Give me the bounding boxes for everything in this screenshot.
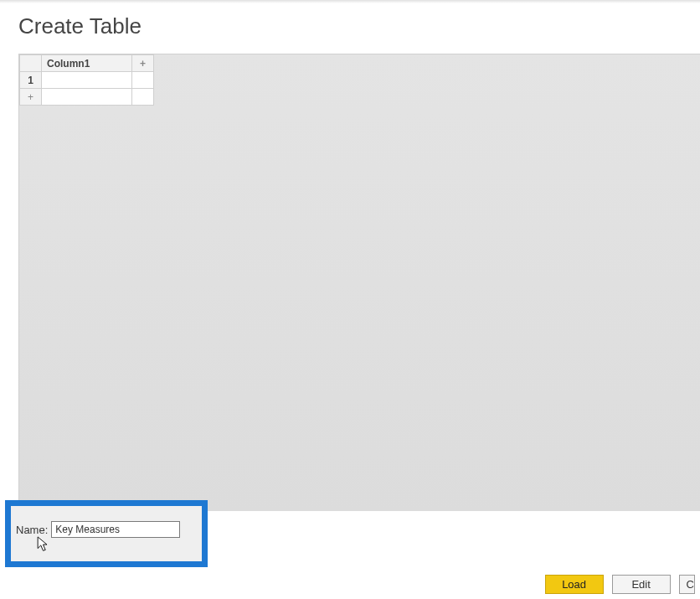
table-empty-cell	[42, 89, 132, 106]
table-cell[interactable]	[42, 72, 132, 89]
row-number: 1	[20, 72, 42, 89]
add-row-button[interactable]: +	[20, 89, 42, 106]
table-corner-cell	[20, 55, 42, 72]
table-stub-cell	[132, 72, 154, 89]
name-section-highlight: Name:	[5, 500, 208, 567]
edit-button[interactable]: Edit	[612, 575, 671, 594]
table-name-input[interactable]	[51, 521, 180, 538]
column-header[interactable]: Column1	[42, 55, 132, 72]
cancel-button[interactable]: C	[679, 575, 695, 594]
table-add-row: +	[20, 89, 154, 106]
dialog-button-row: Load Edit C	[545, 575, 695, 594]
add-column-button[interactable]: +	[132, 55, 154, 72]
name-row: Name:	[16, 521, 195, 538]
load-button[interactable]: Load	[545, 575, 604, 594]
data-entry-table[interactable]: Column1 + 1 +	[19, 54, 154, 106]
table-stub-cell	[132, 89, 154, 106]
table-header-row: Column1 +	[20, 55, 154, 72]
table-row: 1	[20, 72, 154, 89]
table-grid-area: Column1 + 1 +	[18, 54, 700, 511]
dialog-title: Create Table	[0, 3, 700, 54]
create-table-dialog: Create Table Column1 + 1 + Name:	[0, 0, 700, 599]
name-label: Name:	[16, 524, 48, 536]
